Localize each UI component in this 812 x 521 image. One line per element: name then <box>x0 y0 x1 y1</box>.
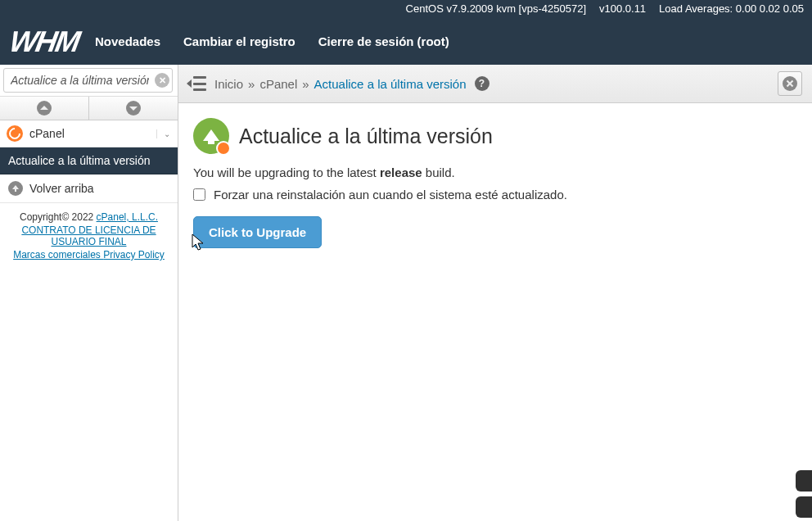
breadcrumb-section[interactable]: cPanel <box>259 77 297 91</box>
status-load: Load Averages: 0.00 0.02 0.05 <box>659 2 804 16</box>
cpanel-icon <box>7 125 23 142</box>
status-version: v100.0.11 <box>599 2 646 16</box>
sidebar-footer: Copyright© 2022 cPanel, L.L.C. CONTRATO … <box>0 203 178 270</box>
share-widget-icon[interactable] <box>796 496 812 518</box>
breadcrumb-close-button[interactable] <box>778 71 802 96</box>
content: Inicio » cPanel » Actualice a la última … <box>178 65 812 521</box>
force-reinstall-label: Forzar una reinstalación aun cuando el s… <box>214 188 567 202</box>
search-wrap: ✕ <box>0 65 178 97</box>
main: Actualice a la última versión You will b… <box>178 103 812 263</box>
footer-eula-link[interactable]: CONTRATO DE LICENCIA DE USUARIO FINAL <box>21 224 156 247</box>
breadcrumb-back-button[interactable] <box>188 76 206 91</box>
main-nav: Novedades Cambiar el registro Cierre de … <box>95 34 449 48</box>
chevron-up-icon <box>37 101 52 116</box>
category-label: cPanel <box>29 127 156 140</box>
close-icon <box>783 76 797 91</box>
sidebar-category-cpanel[interactable]: cPanel ⌄ <box>0 120 178 147</box>
whm-logo[interactable]: WHM <box>0 25 98 59</box>
breadcrumb-current: Actualice a la última versión <box>314 77 467 91</box>
chevron-down-icon[interactable]: ⌄ <box>156 129 171 138</box>
help-icon[interactable]: ? <box>475 76 489 91</box>
back-top-label: Volver arriba <box>29 182 94 195</box>
search-input[interactable] <box>3 68 173 93</box>
force-reinstall-checkbox[interactable] <box>193 188 205 201</box>
arrow-up-icon <box>8 181 23 196</box>
footer-privacy-link[interactable]: Privacy Policy <box>103 249 165 260</box>
header: WHM Novedades Cambiar el registro Cierre… <box>0 18 812 65</box>
feedback-widget-icon[interactable] <box>796 470 812 492</box>
upgrade-notice: You will be upgrading to the latest rele… <box>193 165 797 179</box>
status-bar: CentOS v7.9.2009 kvm [vps-4250572] v100.… <box>0 0 812 18</box>
arrow-left-icon <box>187 79 192 88</box>
upgrade-button[interactable]: Click to Upgrade <box>193 216 322 248</box>
force-reinstall-row[interactable]: Forzar una reinstalación aun cuando el s… <box>193 188 797 202</box>
sidebar: ✕ cPanel ⌄ Actualice a la última versión <box>0 65 178 521</box>
breadcrumb-bar: Inicio » cPanel » Actualice a la última … <box>178 65 812 103</box>
footer-company-link[interactable]: cPanel, L.L.C. <box>97 211 158 223</box>
search-clear-icon[interactable]: ✕ <box>155 73 169 88</box>
chevron-down-icon <box>126 101 141 116</box>
nav-changelog[interactable]: Cambiar el registro <box>183 34 295 48</box>
page-title: Actualice a la última versión <box>193 118 797 154</box>
breadcrumb-home[interactable]: Inicio <box>214 77 243 91</box>
nav-news[interactable]: Novedades <box>95 34 160 48</box>
nav-logout[interactable]: Cierre de sesión (root) <box>318 34 449 48</box>
sidebar-item-upgrade[interactable]: Actualice a la última versión <box>0 147 178 174</box>
footer-trademarks-link[interactable]: Marcas comerciales <box>13 249 103 260</box>
expand-all-button[interactable] <box>89 97 178 120</box>
breadcrumb: Inicio » cPanel » Actualice a la última … <box>214 76 769 91</box>
back-to-top[interactable]: Volver arriba <box>0 174 178 203</box>
collapse-all-button[interactable] <box>0 97 89 120</box>
upgrade-icon <box>193 118 229 154</box>
cpanel-badge-icon <box>216 141 231 156</box>
status-os: CentOS v7.9.2009 kvm [vps-4250572] <box>406 2 586 16</box>
sidebar-controls <box>0 97 178 120</box>
page-heading: Actualice a la última versión <box>239 125 493 148</box>
